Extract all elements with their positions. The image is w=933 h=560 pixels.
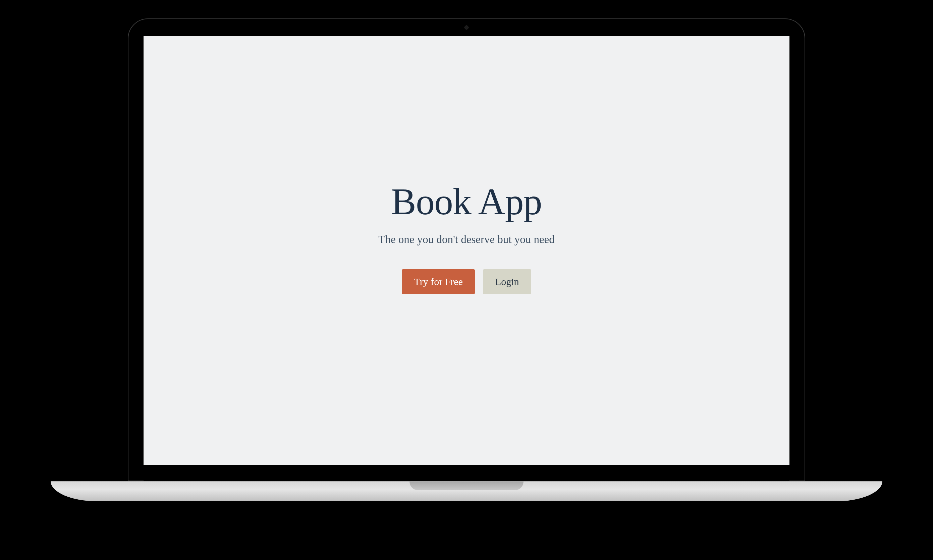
cta-button-row: Try for Free Login: [402, 269, 531, 294]
try-for-free-button[interactable]: Try for Free: [402, 269, 475, 294]
app-title: Book App: [391, 180, 542, 223]
laptop-base: [51, 481, 882, 501]
app-tagline: The one you don't deserve but you need: [378, 233, 555, 246]
laptop-mockup: Book App The one you don't deserve but y…: [51, 18, 882, 542]
camera-icon: [465, 26, 468, 29]
laptop-notch: [410, 19, 523, 36]
screen-bottom-bar: [143, 465, 790, 482]
laptop-screen-frame: Book App The one you don't deserve but y…: [128, 18, 805, 481]
login-button[interactable]: Login: [483, 269, 531, 294]
app-screen: Book App The one you don't deserve but y…: [143, 36, 790, 465]
